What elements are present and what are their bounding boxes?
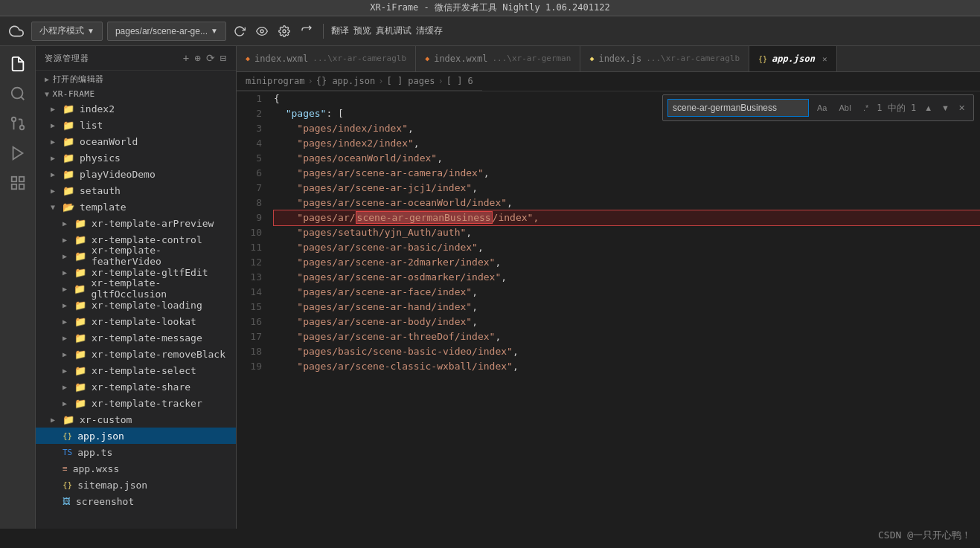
tab-index-wxml-german[interactable]: ◆ index.wxml ...\xr-ar-german — [416, 46, 580, 71]
translate-label[interactable]: 翻译 — [331, 25, 349, 37]
svg-marker-7 — [13, 147, 22, 160]
activity-extensions[interactable] — [6, 171, 30, 195]
sidebar-item-xr-template-gltfocclusion[interactable]: ▶ 📁 xr-template-gltfOcclusion — [36, 280, 236, 297]
breadcrumb-item-1[interactable]: {} app.json — [316, 76, 375, 86]
activity-git[interactable] — [6, 112, 30, 135]
regex-btn[interactable]: .* — [859, 101, 872, 115]
new-file-icon[interactable]: + — [183, 52, 190, 64]
activity-search[interactable] — [6, 82, 30, 106]
json-icon: {} — [63, 480, 72, 490]
prev-match-btn[interactable]: ▲ — [920, 101, 936, 115]
close-tab-btn[interactable]: ✕ — [822, 54, 827, 64]
sidebar-item-xr-template-select[interactable]: ▶ 📁 xr-template-select — [36, 362, 236, 378]
sidebar-item-template[interactable]: ▼ 📂 template — [36, 199, 236, 215]
debug-icon — [10, 145, 26, 161]
breadcrumb-item-2[interactable]: [ ] pages — [386, 76, 435, 86]
sidebar-item-xr-template-share[interactable]: ▶ 📁 xr-template-share — [36, 378, 236, 395]
sidebar-item-xr-custom[interactable]: ▶ 📁 xr-custom — [36, 411, 236, 428]
arrow-icon: ▶ — [63, 350, 71, 358]
arrow-icon: ▶ — [63, 317, 71, 326]
whole-word-btn[interactable]: AbI — [835, 101, 855, 115]
new-folder-icon[interactable]: ⊕ — [194, 52, 201, 64]
activity-explorer[interactable] — [6, 52, 30, 76]
tab-bar: ◆ index.wxml ...\xr-ar-cameraglb ◆ index… — [237, 46, 980, 72]
settings-button[interactable] — [275, 22, 293, 40]
refresh-button[interactable] — [231, 22, 249, 40]
folder-icon: 📁 — [63, 103, 74, 115]
activity-debug[interactable] — [6, 141, 30, 165]
sidebar-item-xr-template-message[interactable]: ▶ 📁 xr-template-message — [36, 329, 236, 346]
breadcrumb-item-0[interactable]: miniprogram — [246, 76, 304, 86]
breadcrumb: miniprogram › {} app.json › [ ] pages › … — [237, 73, 482, 91]
svg-point-1 — [283, 30, 286, 33]
watermark: CSDN @一只开心鸭！ — [878, 529, 971, 542]
eye-icon — [256, 25, 268, 37]
sidebar-item-xr-template-lookat[interactable]: ▶ 📁 xr-template-lookat — [36, 313, 236, 329]
cloud-icon — [9, 24, 24, 39]
folder-icon: 📁 — [74, 365, 86, 376]
arrow-icon: ▶ — [51, 187, 60, 195]
refresh-explorer-icon[interactable]: ⟳ — [206, 52, 216, 64]
sidebar-item-app-json[interactable]: ▶ {} app.json — [36, 428, 236, 444]
save-label[interactable]: 清缓存 — [416, 25, 443, 37]
arrow-icon: ▶ — [63, 285, 71, 293]
more-button[interactable] — [298, 22, 316, 40]
code-editor[interactable]: 12345678910111213141516171819 { "pages":… — [237, 91, 980, 529]
title-text: XR-iFrame - 微信开发者工具 Nightly 1.06.2401122 — [370, 1, 609, 14]
arrow-icon: ▼ — [51, 203, 60, 211]
svg-point-5 — [11, 117, 16, 122]
code-content[interactable]: { "pages": [ "pages/index/index", "pages… — [268, 91, 980, 529]
next-match-btn[interactable]: ▼ — [938, 101, 953, 115]
mode-button[interactable]: 小程序模式 ▼ — [31, 22, 103, 41]
tab-index-wxml-cameraglb[interactable]: ◆ index.wxml ...\xr-ar-cameraglb — [237, 46, 416, 71]
json-icon: {} — [63, 431, 72, 441]
xr-frame-section[interactable]: ▼ XR-FRAME — [36, 88, 236, 100]
arrow-icon: ▶ — [63, 399, 71, 407]
sidebar-open-editors: ▶ 打开的编辑器 — [36, 71, 236, 88]
collapse-icon[interactable]: ⊟ — [220, 52, 227, 64]
wxss-icon: ≡ — [63, 464, 68, 474]
arrow-icon: ▶ — [51, 138, 60, 146]
sidebar-item-sitemap-json[interactable]: ▶ {} sitemap.json — [36, 477, 236, 493]
breadcrumb-item-3[interactable]: [ ] 6 — [446, 76, 473, 86]
find-input[interactable] — [667, 99, 809, 117]
sidebar-item-xr-template-removeblack[interactable]: ▶ 📁 xr-template-removeBlack — [36, 346, 236, 362]
folder-icon: 📁 — [63, 185, 74, 196]
sidebar-item-playvideodemo[interactable]: ▶ 📁 playVideoDemo — [36, 166, 236, 182]
tab-index-js-cameraglb[interactable]: ◆ index.js ...\xr-ar-cameraglb — [580, 46, 749, 71]
sidebar-item-xr-template-arpreview[interactable]: ▶ 📁 xr-template-arPreview — [36, 215, 236, 231]
svg-rect-9 — [19, 177, 23, 181]
open-editors-label[interactable]: 打开的编辑器 — [53, 74, 104, 85]
sidebar-item-screenshot[interactable]: ▶ 🖼 screenshot — [36, 493, 236, 509]
path-button[interactable]: pages/ar/scene-ar-ge... ▼ — [107, 22, 226, 41]
cloud-button[interactable] — [6, 21, 27, 42]
svg-point-0 — [260, 30, 263, 33]
sidebar-item-app-ts[interactable]: ▶ TS app.ts — [36, 444, 236, 460]
debug-label[interactable]: 真机调试 — [376, 25, 411, 37]
find-count: 1 中的 1 — [877, 102, 916, 115]
folder-icon: 📁 — [63, 414, 74, 425]
close-find-btn[interactable]: ✕ — [955, 101, 969, 115]
extensions-icon — [10, 175, 26, 191]
sidebar-item-index2[interactable]: ▶ 📁 index2 — [36, 100, 236, 117]
sidebar-item-xr-template-feathervideo[interactable]: ▶ 📁 xr-template-featherVideo — [36, 248, 236, 264]
folder-icon: 📁 — [63, 136, 74, 147]
tab-app-json[interactable]: {} app.json ✕ — [749, 46, 836, 71]
sidebar-item-setauth[interactable]: ▶ 📁 setauth — [36, 182, 236, 199]
wxml-tab-icon: ◆ — [246, 54, 250, 62]
find-nav: ▲ ▼ ✕ — [920, 101, 969, 115]
preview-label[interactable]: 预览 — [353, 25, 371, 37]
xr-frame-label: XR-FRAME — [53, 89, 95, 99]
sidebar-item-app-wxss[interactable]: ▶ ≡ app.wxss — [36, 460, 236, 477]
sidebar-item-xr-template-tracker[interactable]: ▶ 📁 xr-template-tracker — [36, 395, 236, 411]
wxml-tab-icon2: ◆ — [425, 54, 429, 62]
file-tree: ▶ 📁 index2 ▶ 📁 list ▶ 📁 oceanWorld ▶ 📁 p… — [36, 100, 236, 529]
folder-icon: 📁 — [63, 120, 74, 131]
eye-button[interactable] — [253, 22, 271, 40]
title-bar: XR-iFrame - 微信开发者工具 Nightly 1.06.2401122 — [0, 0, 980, 16]
sidebar-item-oceanworld[interactable]: ▶ 📁 oceanWorld — [36, 133, 236, 149]
breadcrumb-row: miniprogram › {} app.json › [ ] pages › … — [237, 72, 980, 91]
sidebar-item-physics[interactable]: ▶ 📁 physics — [36, 149, 236, 166]
sidebar-item-list[interactable]: ▶ 📁 list — [36, 117, 236, 133]
match-case-btn[interactable]: Aa — [813, 101, 830, 115]
